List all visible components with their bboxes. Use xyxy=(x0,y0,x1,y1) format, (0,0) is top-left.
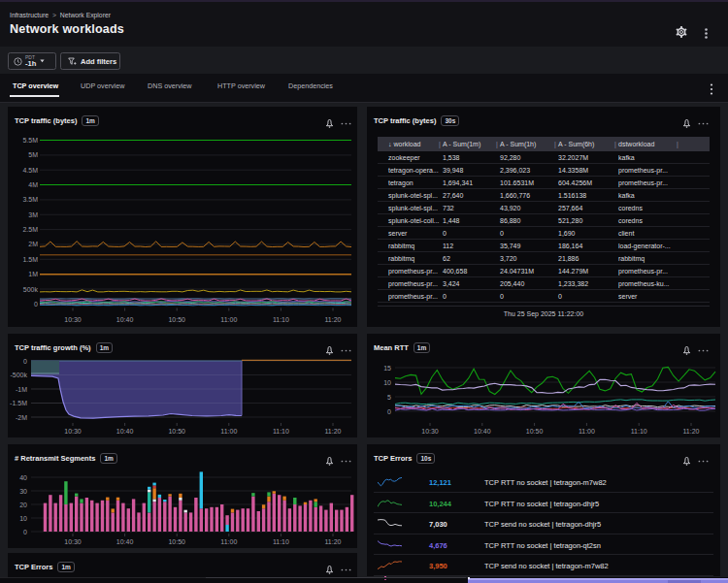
svg-text:2M: 2M xyxy=(28,241,38,247)
svg-text:10:40: 10:40 xyxy=(116,538,134,545)
svg-text:0: 0 xyxy=(23,358,27,365)
svg-text:1.5M: 1.5M xyxy=(22,256,38,263)
svg-text:4M: 4M xyxy=(28,181,38,188)
svg-text:11:20: 11:20 xyxy=(325,538,342,545)
svg-text:11:00: 11:00 xyxy=(220,316,237,323)
svg-text:10:30: 10:30 xyxy=(64,428,82,435)
svg-text:-1M: -1M xyxy=(16,386,27,393)
svg-text:10: 10 xyxy=(19,515,27,522)
svg-text:10:40: 10:40 xyxy=(116,428,134,435)
svg-text:11:20: 11:20 xyxy=(325,428,342,435)
svg-text:30: 30 xyxy=(19,488,27,495)
svg-text:40: 40 xyxy=(19,474,27,481)
svg-text:4.5M: 4.5M xyxy=(22,167,38,174)
svg-text:3M: 3M xyxy=(28,211,38,218)
svg-text:10:50: 10:50 xyxy=(168,428,185,435)
svg-text:11:10: 11:10 xyxy=(273,428,289,435)
svg-text:3.5M: 3.5M xyxy=(22,196,38,203)
svg-text:5.5M: 5.5M xyxy=(22,137,38,144)
svg-text:5M: 5M xyxy=(28,151,38,158)
svg-text:10:40: 10:40 xyxy=(116,316,134,323)
svg-text:10:30: 10:30 xyxy=(421,428,439,435)
svg-text:10:50: 10:50 xyxy=(168,316,185,323)
svg-text:10:30: 10:30 xyxy=(64,538,82,545)
svg-text:11:00: 11:00 xyxy=(220,538,237,545)
svg-text:10:50: 10:50 xyxy=(526,428,544,435)
svg-text:11:20: 11:20 xyxy=(325,316,342,323)
svg-text:15: 15 xyxy=(383,365,391,372)
svg-text:11:10: 11:10 xyxy=(631,428,647,435)
svg-text:0: 0 xyxy=(34,301,38,308)
svg-text:11:00: 11:00 xyxy=(220,428,237,435)
svg-text:2.5M: 2.5M xyxy=(22,226,38,233)
svg-text:-500k: -500k xyxy=(10,372,27,378)
svg-text:11:00: 11:00 xyxy=(579,428,595,435)
svg-text:11:10: 11:10 xyxy=(273,316,289,323)
svg-text:-2M: -2M xyxy=(16,414,27,421)
svg-text:1M: 1M xyxy=(28,271,38,277)
svg-text:11:10: 11:10 xyxy=(273,538,289,545)
svg-text:-1.5M: -1.5M xyxy=(10,400,27,406)
svg-text:10:40: 10:40 xyxy=(474,428,491,435)
svg-text:20: 20 xyxy=(19,502,27,508)
svg-text:0: 0 xyxy=(387,408,391,415)
svg-text:5: 5 xyxy=(387,394,391,401)
svg-text:10:50: 10:50 xyxy=(168,538,185,545)
svg-text:500k: 500k xyxy=(23,286,39,293)
svg-text:0: 0 xyxy=(23,529,27,535)
svg-text:10: 10 xyxy=(383,379,391,386)
svg-text:11:20: 11:20 xyxy=(683,428,700,435)
svg-text:10:30: 10:30 xyxy=(64,316,82,323)
